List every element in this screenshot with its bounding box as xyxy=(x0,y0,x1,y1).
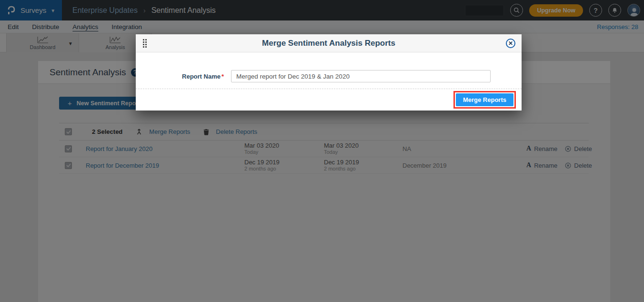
modal-header: Merge Sentiment Analysis Reports ✕ xyxy=(136,34,522,52)
report-name-label: Report Name* xyxy=(136,73,224,80)
modal-title: Merge Sentiment Analysis Reports xyxy=(262,39,395,48)
merge-reports-button[interactable]: Merge Reports xyxy=(456,93,513,106)
required-asterisk: * xyxy=(221,73,224,80)
drag-handle-icon[interactable] xyxy=(143,39,147,48)
close-button[interactable]: ✕ xyxy=(506,39,515,48)
merge-reports-modal: Merge Sentiment Analysis Reports ✕ Repor… xyxy=(136,34,522,111)
action-highlight-ring: Merge Reports xyxy=(453,91,516,109)
modal-footer: Merge Reports xyxy=(136,89,522,111)
modal-body: Report Name* xyxy=(136,70,522,82)
close-icon: ✕ xyxy=(508,40,513,47)
report-name-input[interactable] xyxy=(231,70,491,82)
